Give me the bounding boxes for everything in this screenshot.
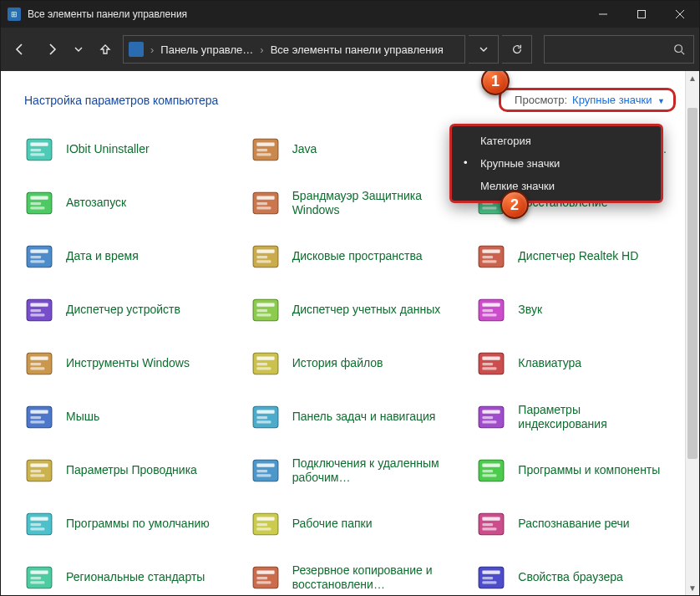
svg-rect-71 xyxy=(483,410,500,414)
content-area: Настройка параметров компьютера Просмотр… xyxy=(1,71,699,595)
control-panel-item[interactable]: Диспетчер Realtek HD xyxy=(473,234,692,279)
scroll-thumb[interactable] xyxy=(687,108,697,459)
navbar: › Панель управле… › Все элементы панели … xyxy=(1,28,699,71)
svg-rect-55 xyxy=(256,357,274,360)
control-panel-item[interactable]: Региональные стандарты xyxy=(21,555,241,595)
svg-rect-64 xyxy=(30,416,41,419)
control-panel-item[interactable]: Дата и время xyxy=(21,234,241,279)
maximize-button[interactable] xyxy=(622,1,661,28)
control-panel-item[interactable]: Программы по умолчанию xyxy=(21,502,241,547)
control-panel-item[interactable]: Программы и компоненты xyxy=(473,448,692,493)
svg-rect-81 xyxy=(256,474,271,476)
svg-rect-107 xyxy=(483,571,500,574)
control-panel-item[interactable]: Мышь xyxy=(21,395,241,440)
svg-rect-33 xyxy=(256,260,271,262)
breadcrumb-all-items[interactable]: Все элементы панели управления xyxy=(271,43,444,56)
svg-rect-39 xyxy=(30,303,48,307)
control-panel-item[interactable]: IObit Uninstaller xyxy=(21,127,241,172)
forward-button[interactable] xyxy=(38,35,66,64)
item-icon xyxy=(476,509,506,539)
control-panel-item[interactable]: Свойства браузера xyxy=(473,555,692,595)
control-panel-item[interactable]: История файлов xyxy=(247,341,467,386)
control-panel-item[interactable]: Дисковые пространства xyxy=(247,234,467,279)
item-icon xyxy=(476,295,506,325)
svg-rect-59 xyxy=(483,357,500,360)
item-label: Параметры индексирования xyxy=(518,403,668,432)
item-icon xyxy=(251,563,281,593)
control-panel-item[interactable]: Автозапуск xyxy=(21,181,241,226)
scrollbar[interactable]: ▲ ▼ xyxy=(685,71,699,595)
header-row: Настройка параметров компьютера Просмотр… xyxy=(21,84,692,127)
svg-rect-83 xyxy=(483,464,500,467)
item-label: Подключения к удаленным рабочим… xyxy=(292,456,443,486)
callout-badge-2: 2 xyxy=(500,191,529,219)
breadcrumb-control-panel[interactable]: Панель управле… xyxy=(160,43,253,56)
control-panel-item[interactable]: Диспетчер учетных данных xyxy=(247,288,467,333)
minimize-button[interactable] xyxy=(584,1,622,28)
control-panel-item[interactable]: Java xyxy=(247,127,467,172)
svg-rect-60 xyxy=(483,363,494,365)
item-icon xyxy=(251,349,281,379)
svg-rect-85 xyxy=(483,474,497,476)
control-panel-item[interactable]: Рабочие папки xyxy=(247,502,467,547)
item-label: Звук xyxy=(518,303,542,318)
window-title: Все элементы панели управления xyxy=(28,8,584,20)
svg-rect-105 xyxy=(256,581,271,583)
control-panel-item[interactable]: Брандмауэр Защитника Windows xyxy=(247,181,467,226)
control-panel-item[interactable]: Инструменты Windows xyxy=(21,341,241,386)
menu-item-category[interactable]: Категория xyxy=(452,130,661,152)
control-panel-item[interactable]: Панель задач и навигация xyxy=(247,395,467,440)
svg-rect-4 xyxy=(30,149,41,151)
svg-rect-73 xyxy=(483,420,497,423)
svg-rect-47 xyxy=(483,303,500,307)
item-icon xyxy=(24,242,54,272)
svg-rect-63 xyxy=(30,410,48,414)
control-panel-icon xyxy=(129,42,144,57)
control-panel-item[interactable]: Звук xyxy=(473,288,692,333)
svg-rect-8 xyxy=(256,149,267,151)
item-icon xyxy=(476,349,506,379)
scroll-up-icon[interactable]: ▲ xyxy=(686,71,699,85)
svg-rect-25 xyxy=(483,206,497,209)
search-input[interactable] xyxy=(544,35,694,64)
item-icon xyxy=(24,349,54,379)
item-label: Дата и время xyxy=(66,249,139,264)
item-icon xyxy=(24,295,54,325)
control-panel-item[interactable]: Резервное копирование и восстановлени… xyxy=(247,555,467,595)
item-label: Брандмауэр Защитника Windows xyxy=(292,189,443,218)
address-history-button[interactable] xyxy=(469,35,499,64)
up-button[interactable] xyxy=(91,35,119,64)
svg-rect-88 xyxy=(30,523,41,526)
item-label: Параметры Проводника xyxy=(66,463,197,478)
control-panel-item[interactable]: Диспетчер устройств xyxy=(21,288,241,333)
control-panel-item[interactable]: Распознавание речи xyxy=(473,502,692,547)
item-label: Диспетчер Realtek HD xyxy=(518,249,638,264)
address-bar[interactable]: › Панель управле… › Все элементы панели … xyxy=(123,35,465,64)
refresh-button[interactable] xyxy=(502,35,532,64)
svg-rect-7 xyxy=(256,143,274,146)
back-button[interactable] xyxy=(6,35,34,64)
svg-rect-61 xyxy=(483,367,497,369)
item-icon xyxy=(476,242,506,272)
svg-rect-104 xyxy=(256,577,267,579)
svg-rect-36 xyxy=(483,256,494,258)
svg-rect-99 xyxy=(30,571,48,574)
view-dropdown[interactable]: Крупные значки ▼ xyxy=(572,94,665,106)
close-button[interactable] xyxy=(661,1,699,28)
menu-item-small-icons[interactable]: Мелкие значки xyxy=(452,175,661,197)
page-title: Настройка параметров компьютера xyxy=(24,94,218,107)
svg-rect-28 xyxy=(30,256,41,258)
svg-rect-43 xyxy=(256,303,274,307)
control-panel-item[interactable]: Клавиатура xyxy=(473,341,692,386)
scroll-down-icon[interactable]: ▼ xyxy=(686,581,699,595)
svg-rect-17 xyxy=(30,206,44,209)
item-icon xyxy=(24,509,54,539)
item-label: История файлов xyxy=(292,356,383,371)
recent-menu-button[interactable] xyxy=(69,35,88,64)
item-label: Региональные стандарты xyxy=(66,570,205,585)
control-panel-item[interactable]: Параметры Проводника xyxy=(21,448,241,493)
item-icon xyxy=(251,402,281,432)
menu-item-large-icons[interactable]: Крупные значки xyxy=(452,152,661,175)
control-panel-item[interactable]: Подключения к удаленным рабочим… xyxy=(247,448,467,493)
control-panel-item[interactable]: Параметры индексирования xyxy=(473,395,692,440)
